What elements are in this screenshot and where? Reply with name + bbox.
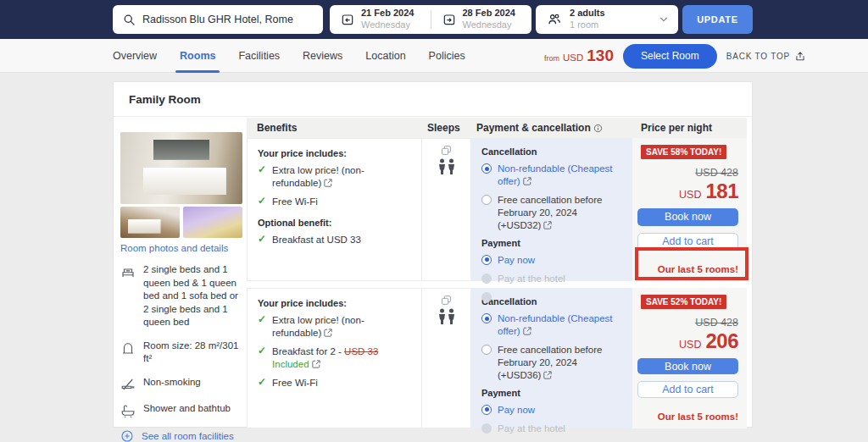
external-link-icon[interactable] (543, 371, 552, 379)
check-icon: ✓ (258, 196, 266, 207)
cancellation-option: Non-refundable (Cheapest offer) (481, 312, 622, 338)
payment-column-header: Payment & cancellation (471, 122, 632, 134)
external-link-icon[interactable] (523, 177, 531, 185)
compare-icon[interactable] (441, 145, 452, 156)
option-label[interactable]: Pay now (498, 404, 535, 417)
price-cell: SAVE 58% TODAY! USD 428 USD 181 Book now… (632, 138, 747, 281)
benefit-text: Breakfast for 2 - USD 33 Included (272, 345, 411, 371)
payment-title: Payment (481, 388, 622, 398)
room-photo-main[interactable] (120, 132, 242, 204)
offer-row-1: Your price includes: ✓ Extra low price! … (247, 138, 747, 281)
breakfast-included: Included (272, 359, 309, 369)
search-icon (123, 14, 136, 26)
radio-selected[interactable] (481, 255, 492, 265)
facilities-text: See all room facilities (142, 431, 234, 441)
benefits-cell: Your price includes: ✓ Extra low price! … (247, 288, 422, 428)
payment-cell: Cancellation Non-refundable (Cheapest of… (471, 138, 632, 281)
includes-title: Your price includes: (258, 298, 411, 308)
top-search-bar: 21 Feb 2024 Wednesday 28 Feb 2024 Wednes… (0, 0, 868, 39)
select-room-button[interactable]: Select Room (623, 44, 717, 69)
room-photo-bedroom[interactable] (120, 207, 180, 238)
checkin-date-picker[interactable]: 21 Feb 2024 Wednesday (330, 5, 431, 34)
tab-policies[interactable]: Policies (429, 39, 465, 73)
add-to-cart-button[interactable]: Add to cart (637, 381, 738, 398)
checkout-date: 28 Feb 2024 (463, 8, 515, 19)
offer-row-2: Your price includes: ✓ Extra low price! … (247, 288, 747, 428)
bath-detail: Shower and bathtub (120, 402, 244, 418)
external-link-icon[interactable] (543, 221, 552, 229)
book-now-button[interactable]: Book now (637, 208, 738, 226)
add-to-cart-button[interactable]: Add to cart (637, 233, 738, 251)
radio-selected[interactable] (481, 313, 492, 323)
benefit-text: Free Wi-Fi (272, 377, 318, 390)
payment-option: Pay at the hotel (481, 273, 622, 285)
dates-picker: 21 Feb 2024 Wednesday 28 Feb 2024 Wednes… (330, 5, 531, 34)
radio-unselected[interactable] (481, 195, 492, 205)
room-photo-bathroom[interactable] (183, 207, 242, 238)
price-cell: SAVE 52% TODAY! USD 428 USD 206 Book now… (632, 288, 747, 428)
external-link-icon[interactable] (324, 329, 332, 337)
tab-rooms[interactable]: Rooms (180, 39, 215, 73)
checkout-date-picker[interactable]: 28 Feb 2024 Wednesday (431, 5, 532, 34)
option-label: Pay at the hotel (498, 273, 565, 285)
back-to-top-label: BACK TO TOP (726, 52, 790, 61)
book-now-button[interactable]: Book now (637, 358, 738, 374)
sleeps-cell (422, 288, 471, 428)
current-price: USD 206 (679, 329, 738, 353)
benefit-text: Breakfast at USD 33 (272, 234, 361, 246)
payment-option: Pay now (481, 404, 622, 417)
radio-disabled (481, 292, 492, 302)
option-label[interactable]: Non-refundable (Cheapest offer) (498, 163, 622, 188)
tab-reviews[interactable]: Reviews (303, 39, 342, 73)
option-label[interactable]: Non-refundable (Cheapest offer) (498, 312, 622, 338)
tab-facilities[interactable]: Facilities (238, 39, 280, 73)
check-icon: ✓ (258, 377, 266, 388)
includes-title: Your price includes: (258, 148, 411, 158)
guests-selector[interactable]: 2 adults 1 room (536, 5, 678, 34)
cancellation-option: Free cancellation before February 20, 20… (481, 344, 622, 382)
see-all-facilities-link[interactable]: See all room facilities (120, 429, 244, 442)
option-label[interactable]: Free cancellation before February 20, 20… (498, 194, 622, 232)
calendar-checkin-icon (341, 13, 354, 26)
benefit-item: ✓ Breakfast at USD 33 (258, 234, 411, 246)
tab-overview[interactable]: Overview (113, 39, 157, 73)
radio-selected[interactable] (481, 163, 492, 174)
calendar-checkout-icon (442, 13, 456, 26)
benefits-column-header: Benefits (247, 122, 422, 134)
external-link-icon[interactable] (523, 327, 531, 335)
update-button[interactable]: UPDATE (682, 5, 753, 34)
guests-rooms: 1 room (570, 19, 605, 31)
benefit-item: ✓ Free Wi-Fi (258, 196, 411, 208)
back-to-top-link[interactable]: BACK TO TOP (726, 50, 806, 62)
benefit-item: ✓ Extra low price! (non-refundable) (258, 314, 411, 340)
check-icon: ✓ (258, 234, 266, 245)
radio-unselected[interactable] (481, 345, 492, 355)
benefits-cell: Your price includes: ✓ Extra low price! … (247, 138, 422, 281)
from-label: from (544, 54, 559, 63)
price-column-header: Price per night (632, 122, 747, 134)
room-details-column: Room photos and details 2 single beds an… (120, 132, 244, 442)
info-icon[interactable] (593, 124, 603, 133)
cancellation-title: Cancellation (481, 296, 622, 307)
tab-location[interactable]: Location (365, 39, 405, 73)
external-link-icon[interactable] (324, 179, 332, 187)
option-label[interactable]: Free cancellation before February 20, 20… (498, 344, 622, 382)
option-label[interactable]: Pay now (498, 254, 535, 267)
room-size-detail: Room size: 28 m²/301 ft² (120, 340, 244, 366)
radio-selected[interactable] (481, 405, 492, 415)
compare-icon[interactable] (441, 295, 452, 306)
check-icon: ✓ (258, 345, 266, 356)
scarcity-message: Our last 5 rooms! (658, 264, 738, 274)
checkin-date: 21 Feb 2024 (361, 8, 414, 19)
offers-grid: Benefits Sleeps Payment & cancellation P… (247, 118, 747, 428)
room-size-text: Room size: 28 m²/301 ft² (143, 340, 244, 366)
room-photos-link[interactable]: Room photos and details (120, 243, 244, 253)
old-price: USD 428 (695, 317, 738, 329)
external-link-icon[interactable] (312, 360, 320, 368)
room-size-icon (120, 340, 136, 356)
destination-search (113, 5, 323, 34)
destination-input[interactable] (142, 14, 314, 25)
checkin-day: Wednesday (361, 19, 414, 31)
smoking-detail: Non-smoking (120, 376, 244, 392)
cancellation-option: Free cancellation before February 20, 20… (481, 194, 622, 232)
